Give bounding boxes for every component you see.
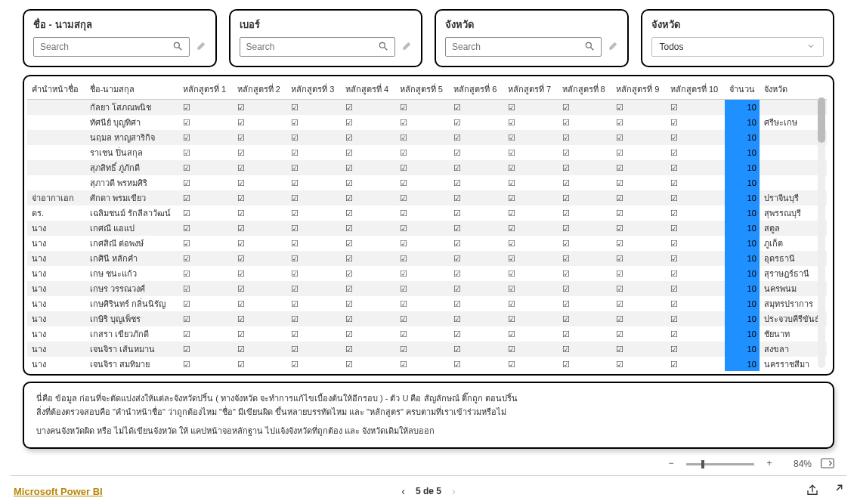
table-cell: ☑ <box>503 326 558 342</box>
table-cell <box>27 115 85 130</box>
table-cell: ☑ <box>503 160 558 175</box>
svg-point-0 <box>174 42 179 48</box>
table-cell: ประจวบคีรีขันธ์ <box>760 311 827 326</box>
column-header[interactable]: หลักสูตรที่ 1 <box>178 79 233 100</box>
column-header[interactable]: หลักสูตรที่ 8 <box>558 79 612 100</box>
table-cell: ☑ <box>233 145 287 160</box>
zoom-out-button[interactable]: − <box>665 458 677 470</box>
table-cell: ศักดา พรมเขียว <box>85 190 178 206</box>
page-next-button[interactable]: › <box>452 485 456 497</box>
table-row[interactable]: สุภาวดี พรหมศิริ☑☑☑☑☑☑☑☑☑☑10 <box>27 175 827 190</box>
table-row[interactable]: นางเจนจิรา เส้นหมาน☑☑☑☑☑☑☑☑☑☑10สงขลา <box>27 342 827 357</box>
table-cell: ☑ <box>395 251 450 266</box>
table-row[interactable]: นางเกษิริ บุญเพ็ชร☑☑☑☑☑☑☑☑☑☑10ประจวบคีรี… <box>27 311 827 326</box>
column-header[interactable]: หลักสูตรที่ 5 <box>395 79 450 100</box>
table-cell: ☑ <box>395 130 450 145</box>
table-row[interactable]: นางเกษ ชนะแก้ว☑☑☑☑☑☑☑☑☑☑10สุราษฎร์ธานี <box>27 266 827 281</box>
table-cell: ☑ <box>286 221 341 236</box>
table-cell: ☑ <box>666 281 725 296</box>
column-header[interactable]: หลักสูตรที่ 9 <box>611 79 666 100</box>
table-row[interactable]: ราเชน ปิ่นสกุล☑☑☑☑☑☑☑☑☑☑10 <box>27 145 827 160</box>
table-cell: ☑ <box>611 266 666 281</box>
eraser-icon[interactable] <box>401 41 412 54</box>
table-row[interactable]: กัลยา โสภณพนิช☑☑☑☑☑☑☑☑☑☑10 <box>27 100 827 116</box>
table-cell: ☑ <box>558 266 612 281</box>
table-row[interactable]: ดร.เฉลิมชนม์ รักลีลาวัฒน์☑☑☑☑☑☑☑☑☑☑10สุพ… <box>27 206 827 221</box>
chevron-down-icon <box>806 42 815 53</box>
table-cell: สุพรรณบุรี <box>760 206 827 221</box>
column-header[interactable]: หลักสูตรที่ 6 <box>449 79 503 100</box>
zoom-in-button[interactable]: + <box>763 458 775 470</box>
table-cell: ☑ <box>341 311 395 326</box>
table-cell: ☑ <box>666 190 725 206</box>
column-header[interactable]: หลักสูตรที่ 10 <box>666 79 725 100</box>
table-row[interactable]: นางเกศสิณี ต่อพงษ์☑☑☑☑☑☑☑☑☑☑10ภูเก็ต <box>27 236 827 251</box>
filter-name-input[interactable] <box>40 42 172 52</box>
page-prev-button[interactable]: ‹ <box>401 485 405 497</box>
column-header[interactable]: จำนวน <box>725 79 760 100</box>
table-cell: ☑ <box>286 296 341 311</box>
scrollbar-thumb[interactable] <box>818 97 825 143</box>
vertical-scrollbar[interactable] <box>818 97 825 368</box>
table-cell: ☑ <box>666 326 725 342</box>
table-cell <box>760 175 827 190</box>
search-icon <box>378 41 388 54</box>
table-cell: ☑ <box>449 326 503 342</box>
province-dropdown[interactable]: Todos <box>651 37 825 57</box>
table-row[interactable]: นางเกศินี หลักคำ☑☑☑☑☑☑☑☑☑☑10อุดรธานี <box>27 251 827 266</box>
share-icon[interactable] <box>806 484 819 499</box>
column-header[interactable]: หลักสูตรที่ 2 <box>233 79 287 100</box>
table-cell: สงขลา <box>760 342 827 357</box>
table-cell: นาง <box>27 311 85 326</box>
column-header[interactable]: หลักสูตรที่ 4 <box>341 79 395 100</box>
filter-number-card: เบอร์ <box>229 9 423 67</box>
table-cell: ☑ <box>666 221 725 236</box>
filter-number-searchbox[interactable] <box>240 37 396 57</box>
table-cell: ☑ <box>449 251 503 266</box>
table-cell: นครราชสีมา <box>760 357 827 371</box>
filter-name-searchbox[interactable] <box>33 37 190 57</box>
table-cell: เจนจิรา เส้นหมาน <box>85 342 178 357</box>
table-row[interactable]: นางเกศณี แอแป☑☑☑☑☑☑☑☑☑☑10สตูล <box>27 221 827 236</box>
table-cell: 10 <box>725 281 760 296</box>
filter-number-input[interactable] <box>246 42 379 52</box>
column-header[interactable]: จังหวัด <box>760 79 827 100</box>
eraser-icon[interactable] <box>608 41 618 54</box>
zoom-slider-thumb[interactable] <box>701 460 704 468</box>
table-cell: ☑ <box>611 357 666 371</box>
table-row[interactable]: นางเจนจิรา สมทิมาย☑☑☑☑☑☑☑☑☑☑10นครราชสีมา <box>27 357 827 371</box>
table-cell: ☑ <box>558 326 612 342</box>
svg-point-2 <box>379 42 385 48</box>
column-header[interactable]: หลักสูตรที่ 7 <box>503 79 558 100</box>
svg-line-3 <box>385 47 388 50</box>
column-header[interactable]: คำนำหน้าชื่อ <box>27 79 85 100</box>
table-row[interactable]: จ่าอากาเอกศักดา พรมเขียว☑☑☑☑☑☑☑☑☑☑10ปราจ… <box>27 190 827 206</box>
table-cell: 10 <box>725 145 760 160</box>
table-cell: เกษร วรรณวงศ์ <box>85 281 178 296</box>
table-cell <box>760 130 827 145</box>
filter-province-input[interactable] <box>452 42 584 52</box>
table-row[interactable]: นางเกสรา เขียวภักดี☑☑☑☑☑☑☑☑☑☑10ชัยนาท <box>27 326 827 342</box>
column-header[interactable]: ชื่อ-นามสกุล <box>85 79 178 100</box>
table-cell: ☑ <box>611 190 666 206</box>
table-cell: เจนจิรา สมทิมาย <box>85 357 178 371</box>
table-cell: ☑ <box>395 281 450 296</box>
table-cell: ☑ <box>611 281 666 296</box>
table-row[interactable]: ทัศนีย์ บุญทิศา☑☑☑☑☑☑☑☑☑☑10ศรีษะเกษ <box>27 115 827 130</box>
column-header[interactable]: หลักสูตรที่ 3 <box>286 79 341 100</box>
table-row[interactable]: นางเกษร วรรณวงศ์☑☑☑☑☑☑☑☑☑☑10นครพนม <box>27 281 827 296</box>
table-cell: ☑ <box>449 296 503 311</box>
search-icon <box>584 41 595 54</box>
table-cell: ☑ <box>233 190 287 206</box>
table-row[interactable]: นางเกษศิรินทร์ กลิ่นนิรัญ☑☑☑☑☑☑☑☑☑☑10สมุ… <box>27 296 827 311</box>
note-line-3: บางคนจังหวัดผิด หรือ ไม่ได้เขียนจังหวัด … <box>36 425 821 438</box>
expand-icon[interactable] <box>830 484 843 499</box>
fit-to-page-icon[interactable] <box>821 458 834 471</box>
eraser-icon[interactable] <box>196 41 206 54</box>
table-cell: ☑ <box>395 160 450 175</box>
filter-province-searchbox[interactable] <box>445 37 602 57</box>
zoom-slider[interactable] <box>686 463 754 465</box>
brand-link[interactable]: Microsoft Power BI <box>14 486 103 497</box>
table-row[interactable]: สุภสิทธิ์ ภู่ภักดี☑☑☑☑☑☑☑☑☑☑10 <box>27 160 827 175</box>
table-row[interactable]: นฤมล หาญสาริกิจ☑☑☑☑☑☑☑☑☑☑10 <box>27 130 827 145</box>
